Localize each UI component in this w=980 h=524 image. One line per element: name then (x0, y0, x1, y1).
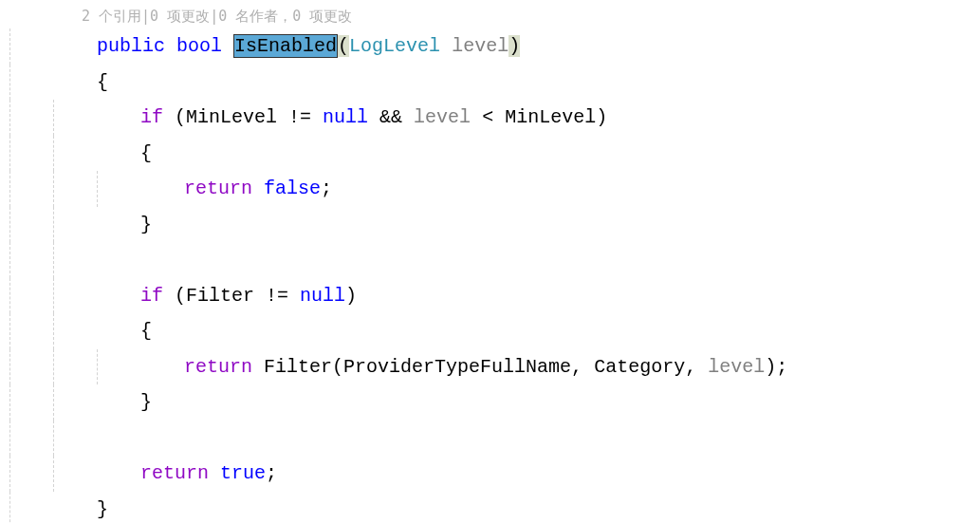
code-line-signature[interactable]: public bool IsEnabled(LogLevel level) (9, 28, 980, 65)
codelens-sep: | (141, 8, 150, 25)
brace-open: { (97, 71, 108, 93)
codelens-refs[interactable]: 2 个引用 (82, 8, 141, 25)
code-line-brace-close-inner2[interactable]: } (9, 384, 980, 421)
code-line-brace-open-inner2[interactable]: { (9, 313, 980, 349)
ident-filter-call: Filter (264, 356, 332, 378)
codelens-annotation[interactable]: 2 个引用|0 项更改|0 名作者，0 项更改 (9, 6, 980, 28)
keyword-if: if (140, 285, 163, 307)
brace-open: { (140, 142, 152, 164)
keyword-public: public (97, 35, 165, 57)
codelens-changes-1[interactable]: 0 项更改 (150, 8, 210, 25)
code-line-if-2[interactable]: if (Filter != null) (9, 278, 980, 314)
code-line-brace-open[interactable]: { (9, 65, 980, 101)
semicolon: ; (776, 356, 787, 378)
code-line-brace-open-inner1[interactable]: { (9, 136, 980, 172)
ident-minlevel: MinLevel (186, 106, 277, 128)
paren-open: ( (338, 35, 349, 57)
arg-providertype: ProviderTypeFullName (343, 356, 571, 378)
code-line-if-1[interactable]: if (MinLevel != null && level < MinLevel… (9, 100, 980, 136)
keyword-null: null (300, 285, 345, 307)
ident-level: level (414, 106, 471, 128)
code-line-return-false[interactable]: return false; (9, 171, 980, 207)
keyword-return: return (184, 356, 252, 378)
code-line-blank[interactable] (9, 242, 980, 278)
keyword-true: true (220, 462, 266, 484)
paren-close: ) (508, 35, 520, 57)
brace-close: } (140, 214, 152, 235)
codelens-authors[interactable]: 0 名作者 (218, 8, 278, 25)
code-line-brace-close[interactable]: } (9, 492, 980, 525)
keyword-bool: bool (176, 35, 222, 57)
ident-minlevel: MinLevel (505, 106, 596, 128)
method-name-highlighted[interactable]: IsEnabled (233, 34, 338, 58)
code-line-brace-close-inner1[interactable]: } (9, 207, 980, 243)
arg-level: level (708, 356, 765, 378)
code-line-return-true[interactable]: return true; (9, 456, 980, 492)
brace-close: } (140, 391, 152, 413)
arg-category: Category (594, 356, 685, 378)
codelens-comma: ， (278, 8, 292, 25)
semicolon: ; (321, 178, 332, 199)
semicolon: ; (266, 462, 277, 484)
codelens-changes-2[interactable]: 0 项更改 (292, 8, 352, 25)
ident-filter: Filter (186, 285, 254, 307)
code-line-blank[interactable] (9, 421, 980, 457)
brace-close: } (97, 498, 108, 520)
param-level: level (452, 35, 508, 57)
code-line-return-filter[interactable]: return Filter(ProviderTypeFullName, Cate… (9, 349, 980, 385)
keyword-if: if (140, 106, 163, 128)
keyword-null: null (323, 106, 368, 128)
type-loglevel: LogLevel (349, 35, 440, 57)
keyword-return: return (184, 178, 252, 199)
keyword-false: false (264, 178, 321, 199)
brace-open: { (140, 320, 152, 342)
keyword-return: return (140, 462, 209, 484)
codelens-sep: | (210, 8, 218, 25)
